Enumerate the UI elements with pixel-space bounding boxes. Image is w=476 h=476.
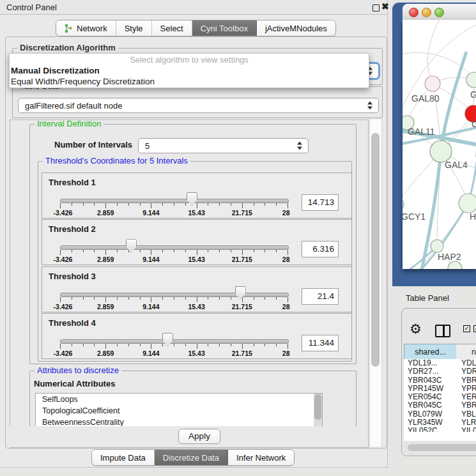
panel-scrollbar-thumb[interactable]: [371, 133, 380, 367]
threshold-value-field[interactable]: 14.713: [302, 194, 339, 211]
apply-strip: Apply: [6, 426, 368, 447]
tab-discretize-data[interactable]: Discretize Data: [155, 450, 228, 465]
network-node[interactable]: [430, 141, 452, 162]
table-row[interactable]: YLR345WYLR3: [404, 418, 476, 427]
slider-track[interactable]: [60, 199, 289, 203]
shared-name-cell: YPR145W: [404, 385, 456, 393]
slider-track[interactable]: [60, 245, 289, 250]
control-panel: Control Panel ✖ NetworkStyleSelectCyni T…: [0, 0, 388, 468]
number-of-intervals-combobox[interactable]: 5: [138, 138, 309, 153]
table-row[interactable]: YBR045CYBR0: [404, 401, 476, 410]
tab-label: Discretize Data: [163, 453, 219, 463]
network-node[interactable]: [466, 72, 476, 88]
checkbox-icon[interactable]: ✓: [473, 325, 476, 332]
float-window-icon[interactable]: [372, 4, 380, 12]
shared-name-cell: YDL19...: [404, 359, 456, 367]
attribute-list-item[interactable]: TopologicalCoefficient: [36, 405, 322, 417]
node-label: GCY1: [403, 211, 426, 222]
network-canvas[interactable]: GAL80GACGAL11GAL4GCY1HHAP2: [403, 20, 476, 269]
slider-scale-labels: -3.4262.8599.14415.4321.71528: [60, 209, 288, 217]
tab-infer-network[interactable]: Infer Network: [228, 450, 294, 465]
divider: [0, 467, 387, 468]
network-node[interactable]: [459, 194, 476, 213]
node-label: GA: [470, 89, 476, 100]
node-label: GAL80: [411, 93, 440, 104]
top-tab-strip: NetworkStyleSelectCyni ToolboxjActiveMNo…: [56, 20, 336, 36]
table-row[interactable]: YER054CYER0: [404, 393, 476, 401]
thresholds-group-title: Threshold's Coordinates for 5 Intervals: [43, 156, 190, 165]
split-columns-icon[interactable]: [435, 325, 450, 337]
application-window: Control Panel ✖ NetworkStyleSelectCyni T…: [0, 0, 476, 476]
table-data-value: galFiltered.sif default node: [25, 101, 122, 111]
name-cell: YLR3: [456, 418, 476, 427]
algorithm-placeholder: Select algorithm to view settings: [10, 54, 369, 65]
column-header-shared-name[interactable]: shared...: [404, 344, 457, 360]
network-icon: [65, 24, 73, 33]
minimize-traffic-light[interactable]: [422, 8, 431, 17]
zoom-traffic-light[interactable]: [434, 8, 444, 17]
table-row[interactable]: YIL052CYIL0: [404, 427, 476, 432]
threshold-value-field[interactable]: 11.344: [302, 335, 339, 351]
name-cell: YBL0: [456, 410, 476, 418]
checkbox-icon[interactable]: ✓: [463, 325, 470, 332]
attribute-list-item[interactable]: SelfLoops: [36, 394, 322, 405]
close-traffic-light[interactable]: [409, 8, 418, 17]
table-body: YDL19...YDL1YDR27...YDR2YBR043CYBR0YPR14…: [404, 359, 476, 441]
tab-select[interactable]: Select: [152, 20, 192, 36]
tab-cyni-toolbox[interactable]: Cyni Toolbox: [192, 20, 257, 36]
table-panel-title: Table Panel: [406, 293, 449, 303]
table-data-group: Table Data galFiltered.sif default node: [12, 86, 383, 118]
network-node[interactable]: [425, 76, 440, 91]
tab-jactivemnodules[interactable]: jActiveMNodules: [257, 20, 335, 36]
slider-track[interactable]: [60, 339, 289, 344]
threshold-value-field[interactable]: 6.316: [302, 241, 339, 257]
stepper-arrows-icon: [367, 102, 372, 110]
tab-label: jActiveMNodules: [265, 24, 327, 33]
panel-scrollbar-track[interactable]: [369, 119, 382, 447]
close-icon[interactable]: ✖: [381, 1, 389, 12]
tab-impute-data[interactable]: Impute Data: [92, 450, 155, 465]
table-row[interactable]: YDL19...YDL1: [404, 359, 476, 367]
apply-button[interactable]: Apply: [178, 429, 220, 444]
slider-ticks: [60, 297, 288, 303]
table-row[interactable]: YBR043CYBR0: [404, 376, 476, 385]
threshold-value-field[interactable]: 21.4: [302, 288, 339, 305]
slider-track[interactable]: [60, 293, 289, 297]
name-cell: YIL0: [456, 427, 476, 432]
table-row[interactable]: YPR145WYPR1: [404, 385, 476, 393]
node-label: GAL4: [445, 160, 468, 170]
table-row[interactable]: YBL079WYBL0: [404, 410, 476, 418]
threshold-label: Threshold 1: [49, 178, 96, 187]
network-window-titlebar[interactable]: [403, 4, 476, 20]
network-node[interactable]: [403, 197, 404, 211]
name-cell: YER0: [456, 393, 476, 401]
network-node[interactable]: [431, 240, 443, 252]
table-row[interactable]: YDR27...YDR2: [404, 367, 476, 376]
threshold-item: Threshold 4-3.4262.8599.14415.4321.71528…: [42, 313, 352, 359]
gear-icon[interactable]: ⚙: [410, 321, 422, 337]
cyni-content: Discretization Algorithm Select algorith…: [5, 36, 387, 449]
table-data-combobox[interactable]: galFiltered.sif default node: [18, 98, 379, 113]
interval-definition-group: Interval Definition Number of Intervals …: [29, 124, 357, 364]
shared-name-cell: YBR043C: [404, 376, 456, 385]
attributes-list-scrollbar[interactable]: [314, 394, 322, 429]
threshold-label: Threshold 3: [49, 272, 96, 281]
algorithm-options: Manual DiscretizationEqual Width/Frequen…: [10, 65, 369, 87]
attributes-list[interactable]: SelfLoopsTopologicalCoefficientBetweenne…: [35, 393, 323, 430]
tab-network[interactable]: Network: [56, 20, 116, 36]
algorithm-option[interactable]: Manual Discretization: [10, 65, 369, 76]
shared-name-cell: YER054C: [404, 393, 456, 401]
shared-name-cell: YLR345W: [404, 418, 456, 427]
tab-style[interactable]: Style: [116, 20, 152, 36]
slider-scale-labels: -3.4262.8599.14415.4321.71528: [60, 349, 288, 357]
threshold-item: Threshold 3-3.4262.8599.14415.4321.71528…: [42, 266, 352, 312]
column-header-name[interactable]: n: [456, 344, 476, 360]
algorithm-option[interactable]: Equal Width/Frequency Discretization: [10, 76, 369, 87]
thresholds-group: Threshold's Coordinates for 5 Intervals …: [38, 161, 352, 362]
shared-name-cell: YIL052C: [404, 427, 456, 432]
name-cell: YDL1: [456, 359, 476, 367]
node-label: HAP2: [438, 252, 461, 262]
table-hscrollbar-thumb[interactable]: [408, 444, 476, 451]
table-hscrollbar[interactable]: [404, 444, 476, 452]
panel-title: Control Panel: [6, 3, 57, 12]
